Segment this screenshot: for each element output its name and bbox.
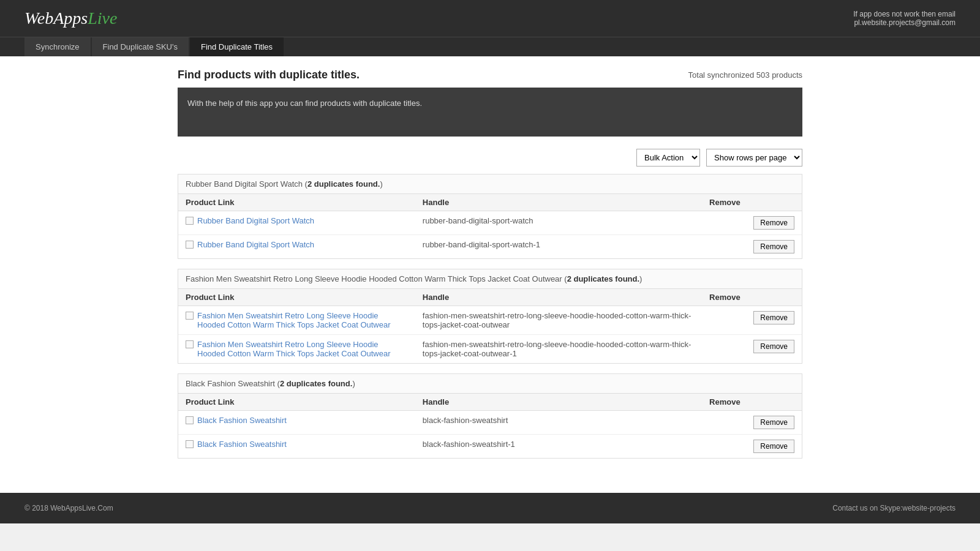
footer: © 2018 WebAppsLive.Com Contact us on Sky… [0,493,980,523]
col-header-col-product: Product Link [178,289,415,306]
handle-cell: fashion-men-sweatshirt-retro-long-sleeve… [415,306,702,335]
product-link[interactable]: Fashion Men Sweatshirt Retro Long Sleeve… [186,311,408,329]
remove-button[interactable]: Remove [753,416,794,429]
duplicate-group-1: Rubber Band Digital Sport Watch (2 dupli… [178,174,802,259]
duplicates-count-2: 2 duplicates found. [567,274,639,283]
remove-button[interactable]: Remove [753,216,794,230]
group-header-1: Rubber Band Digital Sport Watch (2 dupli… [178,174,802,194]
row-checkbox[interactable] [186,440,194,448]
remove-button[interactable]: Remove [753,440,794,453]
header: WebAppsLive If app does not work then em… [0,0,980,37]
duplicates-count-3: 2 duplicates found. [280,379,352,388]
remove-button[interactable]: Remove [753,340,794,353]
logo-webapps: WebApps [24,9,88,28]
main-content: Find products with duplicate titles. Tot… [153,56,827,493]
nav-find-duplicate-skus[interactable]: Find Duplicate SKU's [92,37,189,56]
nav-find-duplicate-titles[interactable]: Find Duplicate Titles [190,37,284,56]
page-title: Find products with duplicate titles. [178,69,360,81]
row-checkbox[interactable] [186,312,194,320]
remove-cell: Remove [702,411,802,435]
product-cell: Black Fashion Sweatshirt [178,435,415,459]
product-cell: Rubber Band Digital Sport Watch [178,235,415,259]
remove-cell: Remove [702,211,802,235]
duplicate-group-3: Black Fashion Sweatshirt (2 duplicates f… [178,373,802,459]
logo-text: WebAppsLive [24,9,117,28]
support-text: If app does not work then email [853,10,956,18]
header-email: If app does not work then email pl.websi… [853,10,956,27]
handle-cell: black-fashion-sweatshirt [415,411,702,435]
product-link[interactable]: Fashion Men Sweatshirt Retro Long Sleeve… [186,340,408,358]
table-row: Rubber Band Digital Sport Watchrubber-ba… [178,235,802,259]
duplicate-group-2: Fashion Men Sweatshirt Retro Long Sleeve… [178,269,802,364]
remove-cell: Remove [702,235,802,259]
col-header-col-handle: Handle [415,289,702,306]
total-sync: Total synchronized 503 products [688,70,802,80]
product-cell: Fashion Men Sweatshirt Retro Long Sleeve… [178,306,415,335]
col-header-col-remove: Remove [702,394,802,411]
col-header-col-remove: Remove [702,289,802,306]
footer-contact: Contact us on Skype:website-projects [832,504,956,512]
row-checkbox[interactable] [186,217,194,225]
handle-cell: rubber-band-digital-sport-watch [415,211,702,235]
info-text: With the help of this app you can find p… [187,99,422,108]
product-link[interactable]: Black Fashion Sweatshirt [186,440,408,449]
remove-button[interactable]: Remove [753,240,794,253]
row-checkbox[interactable] [186,340,194,348]
row-checkbox[interactable] [186,241,194,249]
toolbar: Bulk Action Show rows per page [178,149,802,167]
col-header-col-product: Product Link [178,394,415,411]
info-box: With the help of this app you can find p… [178,88,802,137]
remove-cell: Remove [702,335,802,364]
group-header-2: Fashion Men Sweatshirt Retro Long Sleeve… [178,269,802,289]
handle-cell: rubber-band-digital-sport-watch-1 [415,235,702,259]
group-table-2: Product LinkHandleRemoveFashion Men Swea… [178,289,802,363]
col-header-col-product: Product Link [178,194,415,211]
col-header-col-handle: Handle [415,194,702,211]
product-cell: Black Fashion Sweatshirt [178,411,415,435]
product-cell: Fashion Men Sweatshirt Retro Long Sleeve… [178,335,415,364]
footer-copyright: © 2018 WebAppsLive.Com [24,504,113,512]
row-checkbox[interactable] [186,416,194,424]
product-link[interactable]: Black Fashion Sweatshirt [186,416,408,425]
table-row: Fashion Men Sweatshirt Retro Long Sleeve… [178,335,802,364]
page-header: Find products with duplicate titles. Tot… [178,69,802,81]
table-row: Black Fashion Sweatshirtblack-fashion-sw… [178,411,802,435]
bulk-action-select[interactable]: Bulk Action [636,149,700,167]
nav: Synchronize Find Duplicate SKU's Find Du… [0,37,980,56]
handle-cell: black-fashion-sweatshirt-1 [415,435,702,459]
product-link[interactable]: Rubber Band Digital Sport Watch [186,216,408,225]
remove-cell: Remove [702,306,802,335]
duplicates-count-1: 2 duplicates found. [307,179,380,189]
duplicate-groups-container: Rubber Band Digital Sport Watch (2 dupli… [178,174,802,459]
logo: WebAppsLive [24,9,117,28]
col-header-col-remove: Remove [702,194,802,211]
table-row: Fashion Men Sweatshirt Retro Long Sleeve… [178,306,802,335]
remove-button[interactable]: Remove [753,311,794,324]
support-email: pl.website.projects@gmail.com [853,18,956,27]
logo-live: Live [88,9,117,28]
product-link[interactable]: Rubber Band Digital Sport Watch [186,240,408,249]
handle-cell: fashion-men-sweatshirt-retro-long-sleeve… [415,335,702,364]
group-table-1: Product LinkHandleRemoveRubber Band Digi… [178,194,802,258]
col-header-col-handle: Handle [415,394,702,411]
group-header-3: Black Fashion Sweatshirt (2 duplicates f… [178,374,802,394]
table-row: Black Fashion Sweatshirtblack-fashion-sw… [178,435,802,459]
table-row: Rubber Band Digital Sport Watchrubber-ba… [178,211,802,235]
nav-synchronize[interactable]: Synchronize [24,37,91,56]
show-rows-select[interactable]: Show rows per page [706,149,802,167]
remove-cell: Remove [702,435,802,459]
group-table-3: Product LinkHandleRemoveBlack Fashion Sw… [178,394,802,458]
product-cell: Rubber Band Digital Sport Watch [178,211,415,235]
